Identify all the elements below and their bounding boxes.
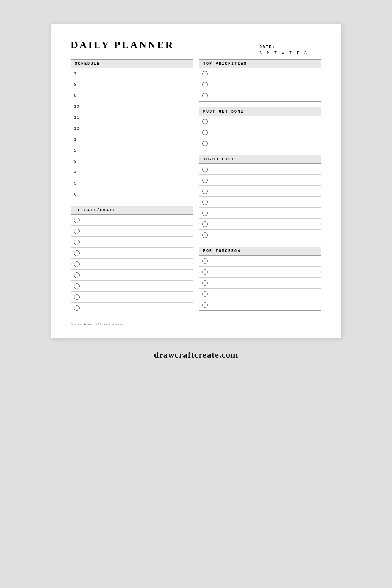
checkbox-icon[interactable] xyxy=(202,71,208,76)
checkbox-icon[interactable] xyxy=(202,141,208,146)
schedule-header: SCHEDULE xyxy=(71,60,193,68)
to-call-row-5[interactable] xyxy=(71,259,193,270)
copyright: © www.drawcraftcreate.com xyxy=(71,323,321,326)
to-call-row-4[interactable] xyxy=(71,248,193,259)
schedule-row-4[interactable]: 4 xyxy=(71,167,193,178)
checkbox-icon[interactable] xyxy=(74,283,80,289)
must-row-3[interactable] xyxy=(199,138,321,149)
todo-row-5[interactable] xyxy=(199,208,321,219)
to-call-row-6[interactable] xyxy=(71,270,193,281)
checkbox-icon[interactable] xyxy=(202,291,208,297)
priority-row-3[interactable] xyxy=(199,90,321,101)
tomorrow-row-1[interactable] xyxy=(199,256,321,267)
checkbox-icon[interactable] xyxy=(74,240,80,245)
to-call-row-7[interactable] xyxy=(71,281,193,292)
planner-paper: DAILY PLANNER DATE: S M T W T F S SCHEDU… xyxy=(51,24,341,338)
days-row: S M T W T F S xyxy=(260,51,307,55)
checkbox-icon[interactable] xyxy=(202,93,208,98)
schedule-row-9[interactable]: 9 xyxy=(71,90,193,101)
checkbox-icon[interactable] xyxy=(202,200,208,205)
tomorrow-row-3[interactable] xyxy=(199,278,321,289)
left-column: SCHEDULE 7 8 9 10 11 12 xyxy=(71,59,193,319)
must-get-done-header: MUST GET DONE xyxy=(199,107,321,116)
main-grid: SCHEDULE 7 8 9 10 11 12 xyxy=(71,59,321,319)
day-w: W xyxy=(282,51,285,55)
time-5: 5 xyxy=(74,181,85,186)
checkbox-icon[interactable] xyxy=(202,130,208,135)
day-m: M xyxy=(267,51,270,55)
to-call-section: TO CALL/EMAIL xyxy=(71,206,193,314)
checkbox-icon[interactable] xyxy=(202,269,208,275)
header: DAILY PLANNER DATE: S M T W T F S xyxy=(71,39,321,55)
schedule-row-12[interactable]: 12 xyxy=(71,123,193,134)
checkbox-icon[interactable] xyxy=(74,261,80,267)
to-call-row-8[interactable] xyxy=(71,292,193,303)
todo-row-7[interactable] xyxy=(199,230,321,241)
schedule-row-7[interactable]: 7 xyxy=(71,68,193,79)
to-call-row-3[interactable] xyxy=(71,237,193,248)
schedule-row-10[interactable]: 10 xyxy=(71,101,193,112)
checkbox-icon[interactable] xyxy=(74,250,80,256)
priority-row-2[interactable] xyxy=(199,79,321,90)
priority-row-1[interactable] xyxy=(199,68,321,79)
time-11: 11 xyxy=(74,115,85,120)
time-4: 4 xyxy=(74,170,85,175)
time-2: 2 xyxy=(74,148,85,153)
checkbox-icon[interactable] xyxy=(202,167,208,172)
day-f: F xyxy=(297,51,299,55)
must-row-1[interactable] xyxy=(199,116,321,127)
todo-row-6[interactable] xyxy=(199,219,321,230)
must-row-2[interactable] xyxy=(199,127,321,138)
schedule-row-1[interactable]: 1 xyxy=(71,134,193,145)
schedule-row-11[interactable]: 11 xyxy=(71,112,193,123)
time-12: 12 xyxy=(74,126,85,131)
right-column: TOP PRIORITIES MUST GET DONE TO-DO LIST xyxy=(199,59,321,319)
time-1: 1 xyxy=(74,137,85,142)
to-do-header: TO-DO LIST xyxy=(199,155,321,164)
for-tomorrow-header: FOR TOMORROW xyxy=(199,247,321,256)
checkbox-icon[interactable] xyxy=(74,294,80,300)
to-call-row-1[interactable] xyxy=(71,215,193,226)
schedule-row-5[interactable]: 5 xyxy=(71,178,193,189)
time-6: 6 xyxy=(74,192,85,197)
tomorrow-row-5[interactable] xyxy=(199,299,321,310)
checkbox-icon[interactable] xyxy=(202,232,208,238)
checkbox-icon[interactable] xyxy=(74,272,80,278)
checkbox-icon[interactable] xyxy=(202,258,208,264)
site-footer: drawcraftcreate.com xyxy=(154,350,238,360)
tomorrow-row-2[interactable] xyxy=(199,267,321,278)
top-priorities-section: TOP PRIORITIES xyxy=(199,59,321,102)
schedule-row-2[interactable]: 2 xyxy=(71,145,193,156)
checkbox-icon[interactable] xyxy=(202,82,208,87)
date-line[interactable] xyxy=(278,47,321,47)
schedule-row-3[interactable]: 3 xyxy=(71,156,193,167)
checkbox-icon[interactable] xyxy=(202,189,208,194)
checkbox-icon[interactable] xyxy=(74,229,80,234)
to-call-row-9[interactable] xyxy=(71,303,193,314)
top-priorities-header: TOP PRIORITIES xyxy=(199,60,321,68)
checkbox-icon[interactable] xyxy=(202,211,208,216)
checkbox-icon[interactable] xyxy=(202,302,208,308)
time-7: 7 xyxy=(74,71,85,76)
checkbox-icon[interactable] xyxy=(202,280,208,286)
checkbox-icon[interactable] xyxy=(74,305,80,311)
checkbox-icon[interactable] xyxy=(202,119,208,124)
checkbox-icon[interactable] xyxy=(202,221,208,227)
day-t2: T xyxy=(289,51,292,55)
todo-row-2[interactable] xyxy=(199,175,321,186)
schedule-row-8[interactable]: 8 xyxy=(71,79,193,90)
todo-row-4[interactable] xyxy=(199,197,321,208)
schedule-row-6[interactable]: 6 xyxy=(71,189,193,200)
date-label: DATE: xyxy=(260,45,321,49)
checkbox-icon[interactable] xyxy=(202,178,208,183)
to-call-header: TO CALL/EMAIL xyxy=(71,206,193,215)
day-s2: S xyxy=(304,51,307,55)
todo-row-1[interactable] xyxy=(199,164,321,175)
checkbox-icon[interactable] xyxy=(74,218,80,223)
to-call-row-2[interactable] xyxy=(71,226,193,237)
day-s1: S xyxy=(260,51,262,55)
time-10: 10 xyxy=(74,104,85,109)
to-do-section: TO-DO LIST xyxy=(199,155,321,241)
tomorrow-row-4[interactable] xyxy=(199,289,321,299)
todo-row-3[interactable] xyxy=(199,186,321,197)
